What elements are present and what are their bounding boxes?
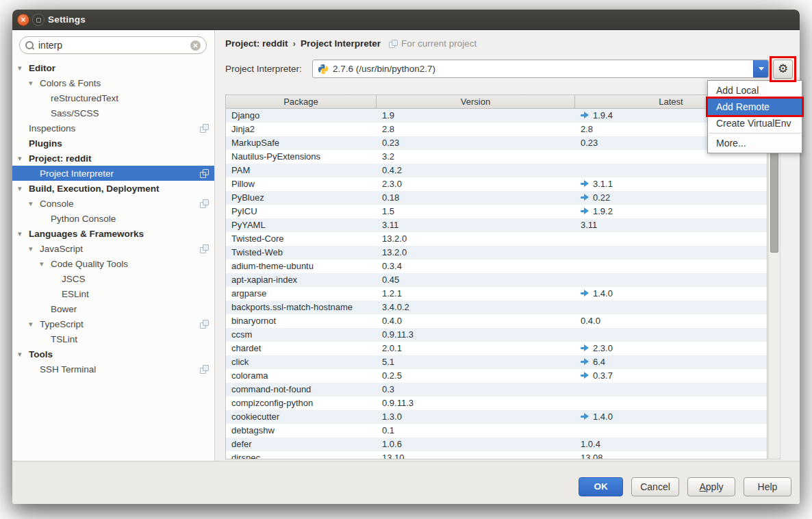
column-header-version[interactable]: Version — [377, 95, 575, 108]
sidebar-item-jscs[interactable]: JSCS — [12, 271, 214, 286]
expand-arrow-icon[interactable]: ▾ — [40, 256, 51, 271]
close-button[interactable]: × — [17, 14, 29, 26]
title-bar[interactable]: × Settings — [12, 10, 800, 30]
sidebar-item-label: Sass/SCSS — [51, 108, 99, 118]
interpreter-dropdown-button[interactable] — [753, 60, 769, 78]
table-row[interactable]: Pillow2.3.03.1.1 — [226, 177, 767, 191]
sidebar-item-build-execution-deployment[interactable]: ▾Build, Execution, Deployment — [12, 181, 214, 196]
table-row[interactable]: PAM0.4.2 — [226, 164, 767, 177]
apply-button[interactable]: Apply — [687, 477, 735, 496]
sidebar-item-project-reddit[interactable]: ▾Project: reddit — [12, 151, 214, 166]
packages-table[interactable]: PackageVersionLatest Django1.91.9.4Jinja… — [225, 94, 767, 459]
gear-button[interactable]: ⚙ — [773, 60, 793, 79]
table-row[interactable]: Jinja22.82.8 — [226, 123, 767, 136]
version-cell: 0.18 — [377, 191, 575, 205]
sidebar-item-sass-scss[interactable]: Sass/SCSS — [12, 105, 214, 121]
interpreter-combobox[interactable]: 2.7.6 (/usr/bin/python2.7) — [312, 60, 769, 78]
sidebar-item-inspections[interactable]: Inspections — [12, 121, 214, 136]
menu-item-more[interactable]: More... — [708, 135, 802, 151]
package-cell: PyBluez — [226, 191, 377, 205]
sidebar-item-project-interpreter[interactable]: Project Interpreter — [12, 166, 214, 181]
table-row[interactable]: adium-theme-ubuntu0.3.4 — [226, 260, 767, 273]
copy-settings-icon — [200, 365, 208, 373]
clear-search-icon[interactable]: ✕ — [190, 40, 201, 51]
table-row[interactable]: Twisted-Core13.2.0 — [226, 232, 767, 246]
cancel-button[interactable]: Cancel — [631, 477, 679, 496]
sidebar-item-colors-fonts[interactable]: ▾Colors & Fonts — [12, 75, 214, 90]
maximize-button[interactable] — [32, 14, 45, 26]
expand-arrow-icon[interactable]: ▾ — [29, 196, 40, 211]
expand-arrow-icon[interactable]: ▾ — [18, 151, 29, 166]
sidebar-item-languages-frameworks[interactable]: ▾Languages & Frameworks — [12, 226, 214, 241]
sidebar-item-label: TSLint — [51, 334, 77, 344]
settings-sidebar: ✕ ▾Editor▾Colors & FontsreStructuredText… — [12, 30, 215, 461]
window-title: Settings — [48, 10, 86, 29]
menu-item-add-local[interactable]: Add Local — [708, 82, 802, 99]
table-row[interactable]: binaryornot0.4.00.4.0 — [226, 314, 767, 328]
settings-tree: ▾Editor▾Colors & FontsreStructuredTextSa… — [12, 60, 214, 377]
sidebar-item-python-console[interactable]: Python Console — [12, 211, 214, 226]
expand-arrow-icon[interactable]: ▾ — [29, 75, 40, 90]
table-row[interactable]: chardet2.0.12.3.0 — [226, 342, 767, 355]
latest-cell: 6.4 — [575, 355, 767, 369]
sidebar-item-restructuredtext[interactable]: reStructuredText — [12, 90, 214, 105]
version-cell: 0.1 — [377, 424, 575, 438]
table-row[interactable]: debtagshw0.1 — [226, 424, 767, 438]
sidebar-item-bower[interactable]: Bower — [12, 301, 214, 316]
menu-item-add-remote[interactable]: Add Remote — [708, 99, 802, 115]
sidebar-item-ssh-terminal[interactable]: SSH Terminal — [12, 362, 214, 377]
table-row[interactable]: colorama0.2.50.3.7 — [226, 369, 767, 383]
package-cell: adium-theme-ubuntu — [226, 260, 377, 273]
sidebar-item-editor[interactable]: ▾Editor — [12, 60, 214, 75]
expand-arrow-icon[interactable]: ▾ — [18, 181, 29, 196]
table-row[interactable]: backports.ssl-match-hostname3.4.0.2 — [226, 301, 767, 314]
table-row[interactable]: ccsm0.9.11.3 — [226, 328, 767, 342]
table-row[interactable]: dirspec13.1013.08 — [226, 451, 767, 459]
table-row[interactable]: compizconfig-python0.9.11.3 — [226, 396, 767, 410]
sidebar-item-label: Plugins — [29, 138, 62, 149]
table-row[interactable]: argparse1.2.11.4.0 — [226, 287, 767, 301]
table-row[interactable]: cookiecutter1.3.01.4.0 — [226, 410, 767, 424]
help-button[interactable]: Help — [744, 477, 791, 496]
sidebar-item-code-quality-tools[interactable]: ▾Code Quality Tools — [12, 256, 214, 271]
table-row[interactable]: PyBluez0.180.22 — [226, 191, 767, 205]
sidebar-item-label: Languages & Frameworks — [29, 229, 144, 239]
expand-arrow-icon[interactable]: ▾ — [18, 346, 29, 362]
table-row[interactable]: Django1.91.9.4 — [226, 109, 767, 123]
sidebar-item-tools[interactable]: ▾Tools — [12, 346, 214, 362]
package-cell: apt-xapian-index — [226, 273, 377, 287]
table-row[interactable]: Twisted-Web13.2.0 — [226, 246, 767, 260]
search-input[interactable] — [34, 40, 190, 51]
upgrade-arrow-icon — [581, 180, 589, 187]
sidebar-item-plugins[interactable]: Plugins — [12, 136, 214, 151]
table-row[interactable]: MarkupSafe0.230.23 — [226, 136, 767, 150]
sidebar-item-typescript[interactable]: ▾TypeScript — [12, 316, 214, 331]
version-cell: 0.4.2 — [377, 164, 575, 177]
table-row[interactable]: click5.16.4 — [226, 355, 767, 369]
version-cell: 1.9 — [377, 109, 575, 123]
expand-arrow-icon[interactable]: ▾ — [29, 316, 40, 331]
version-cell: 0.4.0 — [377, 314, 575, 328]
sidebar-item-tslint[interactable]: TSLint — [12, 331, 214, 346]
sidebar-item-eslint[interactable]: ESLint — [12, 286, 214, 301]
version-cell: 1.0.6 — [377, 438, 575, 451]
menu-item-create-virtualenv[interactable]: Create VirtualEnv — [708, 115, 802, 131]
ok-button[interactable]: OK — [579, 477, 623, 496]
table-row[interactable]: PyICU1.51.9.2 — [226, 205, 767, 218]
table-row[interactable]: command-not-found0.3 — [226, 383, 767, 396]
sidebar-item-javascript[interactable]: ▾JavaScript — [12, 241, 214, 256]
sidebar-item-label: Bower — [51, 304, 77, 314]
expand-arrow-icon[interactable]: ▾ — [29, 241, 40, 256]
version-cell: 2.0.1 — [377, 342, 575, 355]
expand-arrow-icon[interactable]: ▾ — [18, 60, 29, 75]
settings-search-box[interactable]: ✕ — [19, 36, 207, 54]
table-row[interactable]: Nautilus-PyExtensions3.2 — [226, 150, 767, 164]
column-header-package[interactable]: Package — [226, 95, 377, 108]
table-row[interactable]: apt-xapian-index0.45 — [226, 273, 767, 287]
table-row[interactable]: defer1.0.61.0.4 — [226, 438, 767, 451]
expand-arrow-icon[interactable]: ▾ — [18, 226, 29, 241]
copy-settings-icon — [200, 320, 208, 328]
sidebar-item-console[interactable]: ▾Console — [12, 196, 214, 211]
table-row[interactable]: PyYAML3.113.11 — [226, 218, 767, 232]
gear-menu: Add LocalAdd RemoteCreate VirtualEnvMore… — [707, 80, 802, 153]
